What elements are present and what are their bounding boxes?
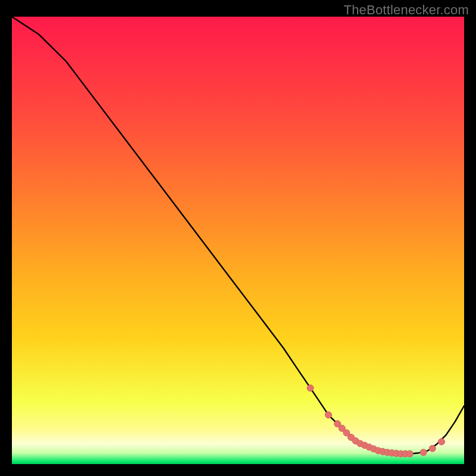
valley-marker bbox=[325, 412, 332, 418]
valley-marker bbox=[307, 385, 314, 392]
valley-marker bbox=[420, 449, 427, 456]
valley-marker bbox=[429, 445, 436, 452]
watermark-text: TheBottleneсker.com bbox=[344, 2, 469, 18]
chart-svg bbox=[12, 17, 464, 464]
valley-marker bbox=[439, 439, 445, 445]
chart-stage: TheBottleneсker.com bbox=[0, 0, 476, 476]
gradient-background bbox=[12, 17, 464, 464]
chart-plot bbox=[12, 17, 464, 464]
valley-marker bbox=[406, 450, 413, 457]
